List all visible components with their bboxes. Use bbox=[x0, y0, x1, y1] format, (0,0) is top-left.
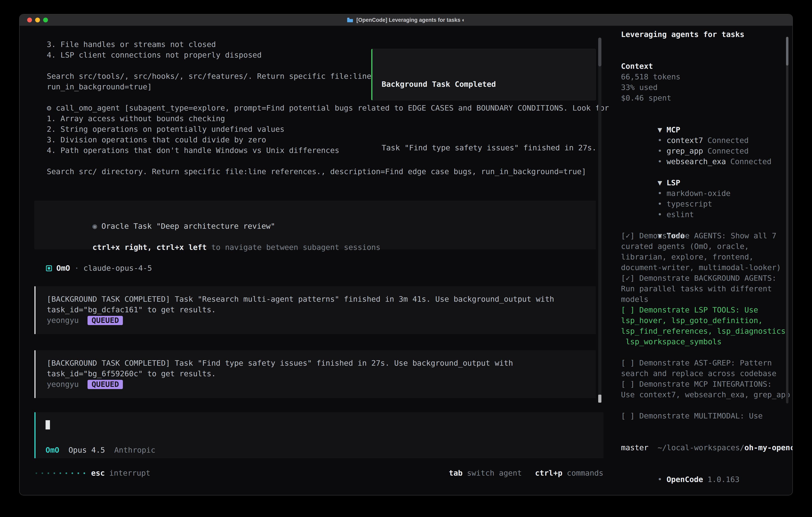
main-scrollbar-thumb[interactable] bbox=[598, 37, 601, 66]
message-author: yeongyu bbox=[47, 379, 79, 390]
folder-icon bbox=[347, 18, 353, 23]
sidebar-scrollbar-thumb[interactable] bbox=[786, 37, 788, 65]
commands-key-label: commands bbox=[567, 468, 603, 479]
main-scrollbar[interactable] bbox=[598, 37, 601, 403]
hint-text: to navigate between subagent sessions bbox=[207, 243, 380, 252]
agent-header: OmO · claude-opus-4-5 bbox=[46, 263, 615, 273]
window-title-text: [OpenCode] Leveraging agents for tasks ◐ bbox=[356, 17, 465, 23]
context-used: 33% used bbox=[621, 82, 792, 93]
hint-keys: ctrl+x right, ctrl+x left bbox=[92, 243, 207, 252]
agent-name: OmO bbox=[56, 263, 70, 273]
terminal-window: [OpenCode] Leveraging agents for tasks ◐… bbox=[19, 14, 793, 495]
traffic-lights bbox=[27, 18, 48, 22]
input-agent-name: OmO bbox=[46, 445, 59, 456]
agent-model: claude-opus-4-5 bbox=[84, 263, 152, 273]
bullet-icon: • bbox=[658, 210, 662, 219]
prompt-input[interactable]: OmO Opus 4.5 Anthropic bbox=[34, 412, 603, 458]
window-title: [OpenCode] Leveraging agents for tasks ◐ bbox=[347, 17, 465, 23]
bullet-icon: • bbox=[658, 475, 662, 484]
status-badge: QUEUED bbox=[88, 380, 123, 389]
tab-key-hint: tab bbox=[449, 468, 463, 479]
todo-item: [ ] Demonstrate AST-GREP: Pattern search… bbox=[621, 358, 792, 379]
message-block: [BACKGROUND TASK COMPLETED] Task "Resear… bbox=[34, 286, 596, 334]
session-title: Leveraging agents for tasks bbox=[621, 29, 792, 40]
todo-item: [ ] Demonstrate LSP TOOLS: Use lsp_hover… bbox=[621, 305, 792, 347]
input-provider-name: Anthropic bbox=[114, 445, 155, 456]
separator-dot: · bbox=[75, 263, 79, 273]
bullet-icon: • bbox=[658, 189, 662, 198]
message-text: [BACKGROUND TASK COMPLETED] Task "Resear… bbox=[47, 294, 585, 315]
message-author: yeongyu bbox=[47, 315, 79, 326]
bullet-icon: • bbox=[658, 146, 662, 155]
agent-checkbox-icon bbox=[46, 265, 52, 271]
bullet-icon: • bbox=[658, 136, 662, 145]
collapse-icon: ▼ bbox=[658, 125, 662, 134]
conversation-pane: 3. File handles or streams not closed 4.… bbox=[20, 26, 615, 495]
esc-key-hint: esc bbox=[91, 468, 105, 479]
toast-body: Task "Find type safety issues" finished … bbox=[382, 142, 596, 153]
main-scrollbar-marker bbox=[598, 394, 601, 403]
titlebar: [OpenCode] Leveraging agents for tasks ◐ bbox=[20, 15, 792, 26]
bullet-icon: • bbox=[658, 199, 662, 208]
close-button[interactable] bbox=[27, 18, 32, 22]
context-heading: Context bbox=[621, 61, 792, 72]
toast-title: Background Task Completed bbox=[382, 79, 596, 89]
tab-key-label: switch agent bbox=[467, 468, 522, 479]
spinner-dots bbox=[35, 472, 85, 474]
todo-item: [ ] Demonstrate MULTIMODAL: Use bbox=[621, 411, 792, 421]
sidebar: Leveraging agents for tasks Context 66,5… bbox=[615, 26, 792, 495]
context-tokens: 66,518 tokens bbox=[621, 72, 792, 82]
esc-key-label: interrupt bbox=[109, 468, 150, 479]
version-row: •OpenCode1.0.163 bbox=[621, 464, 792, 474]
status-bar: esc interrupt tab switch agent ctrl+p co… bbox=[35, 468, 603, 479]
text-cursor bbox=[46, 420, 50, 430]
background-task-toast[interactable]: Background Task Completed Task "Find typ… bbox=[371, 49, 596, 100]
todo-item: [ ] Demonstrate MCP INTEGRATIONS: Use co… bbox=[621, 379, 792, 400]
message-text: [BACKGROUND TASK COMPLETED] Task "Find t… bbox=[47, 358, 585, 379]
mcp-section-header[interactable]: ▼MCP bbox=[621, 114, 792, 125]
status-badge: QUEUED bbox=[88, 316, 123, 325]
message-block: [BACKGROUND TASK COMPLETED] Task "Find t… bbox=[34, 350, 596, 398]
oracle-task-box: ◉Oracle Task "Deep architecture review" … bbox=[34, 201, 596, 249]
workspace-path: ~/local-workspaces/oh-my-opencode: bbox=[621, 432, 792, 442]
input-meta: OmO Opus 4.5 Anthropic bbox=[46, 445, 592, 456]
sidebar-scrollbar[interactable] bbox=[786, 37, 788, 404]
collapse-icon: ▼ bbox=[658, 178, 662, 187]
input-model-name: Opus 4.5 bbox=[68, 445, 105, 456]
context-spent: $0.46 spent bbox=[621, 93, 792, 103]
todo-item: [✓] Demonstrate AGENTS: Show all 7 curat… bbox=[621, 230, 792, 273]
zoom-button[interactable] bbox=[43, 18, 48, 22]
oracle-task-title: Oracle Task "Deep architecture review" bbox=[102, 222, 275, 230]
bullet-icon: • bbox=[658, 157, 662, 166]
minimize-button[interactable] bbox=[35, 18, 40, 22]
commands-key-hint: ctrl+p bbox=[535, 468, 562, 479]
todo-item: [✓] Demonstrate BACKGROUND AGENTS: Run p… bbox=[621, 273, 792, 305]
fisheye-icon: ◉ bbox=[92, 222, 97, 230]
